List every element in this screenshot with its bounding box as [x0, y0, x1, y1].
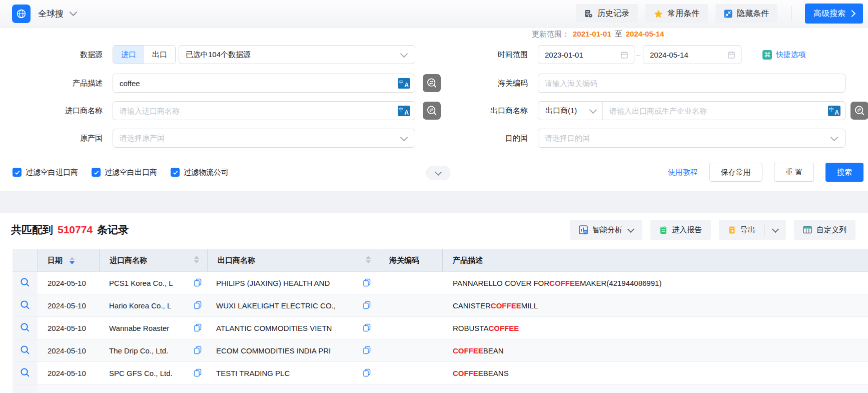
sort-control[interactable] — [70, 257, 75, 264]
tutorial-link[interactable]: 使用教程 — [668, 168, 698, 177]
reset-button[interactable]: 重 置 — [774, 163, 814, 182]
date-start-input[interactable] — [538, 51, 634, 59]
date-end-field[interactable] — [643, 45, 741, 64]
filter-blank-importer[interactable]: 过滤空白进口商 — [13, 168, 78, 177]
globe-icon — [16, 8, 27, 20]
keyword-highlight: COFFEE — [453, 369, 483, 377]
destination-label: 目的国 — [430, 129, 528, 148]
sort-desc-icon — [194, 260, 199, 263]
exact-match-toggle[interactable] — [850, 102, 868, 120]
export-button[interactable]: 导出 — [719, 220, 764, 240]
hide-conditions-button[interactable]: 隐藏条件 — [715, 4, 777, 23]
cell-date: 2024-05-10 — [38, 362, 100, 384]
row-search-icon[interactable] — [20, 322, 30, 334]
product-desc-input[interactable] — [113, 79, 415, 88]
chevron-down-icon — [772, 225, 779, 232]
table-header: 日期 进口商名称 出口商名称 — [13, 249, 868, 272]
favorites-button[interactable]: 常用条件 — [645, 4, 708, 23]
row-search-icon[interactable] — [20, 277, 30, 289]
copy-icon[interactable] — [194, 301, 202, 311]
keyword-highlight: COFFEE — [491, 301, 521, 310]
quick-options[interactable]: ⌘ 快捷选项 — [762, 45, 806, 64]
toolbar-divider — [791, 6, 791, 21]
datasource-direction-tabs: 进口 出口 — [113, 45, 176, 64]
header-date[interactable]: 日期 — [38, 249, 100, 271]
cell-hs-code — [379, 362, 443, 384]
copy-icon[interactable] — [363, 301, 371, 311]
table-row: 2024-05-10 PCS1 Korea Co., L PHILIPS (JI… — [13, 272, 868, 294]
save-favorite-button[interactable]: 保存常用 — [709, 163, 762, 182]
importer-input[interactable] — [113, 107, 415, 115]
header-exporter[interactable]: 出口商名称 — [208, 249, 379, 271]
calendar-icon — [727, 51, 735, 61]
enter-report-button[interactable]: 进入报告 — [650, 220, 711, 240]
date-end-input[interactable] — [643, 51, 741, 59]
table-row: 2024-05-10 The Drip Co., Ltd. ECOM COMMO… — [13, 339, 868, 362]
chevron-down-icon — [627, 225, 634, 232]
chevron-down-icon — [400, 133, 408, 141]
filter-logistics[interactable]: 过滤物流公司 — [171, 168, 229, 177]
svg-text:BI: BI — [584, 231, 587, 234]
sort-control[interactable] — [194, 256, 199, 263]
top-bar: 全球搜 历史记录 常用条件 — [0, 0, 868, 28]
copy-icon[interactable] — [363, 368, 371, 378]
cell-exporter: WUXI LAKELIGHT ELECTRIC CO., — [208, 294, 379, 316]
columns-icon — [803, 226, 812, 234]
date-range-separator: – — [634, 45, 642, 64]
datasource-select[interactable]: 已选中104个数据源 — [179, 45, 415, 64]
cell-date: 2024-05-10 — [38, 294, 100, 316]
sort-asc-icon — [194, 256, 199, 259]
sort-control[interactable] — [366, 256, 371, 263]
exporter-type-select[interactable]: 出口商(1) — [538, 102, 603, 120]
copy-icon[interactable] — [363, 278, 371, 288]
history-icon — [584, 10, 593, 18]
match-mode-icon — [853, 104, 865, 117]
filter-checkboxes: 过滤空白进口商 过滤空白出口商 过滤物流公司 — [13, 163, 229, 182]
copy-icon[interactable] — [194, 323, 202, 333]
filter-blank-exporter[interactable]: 过滤空白出口商 — [92, 168, 157, 177]
copy-icon[interactable] — [363, 323, 371, 333]
date-start-field[interactable] — [538, 45, 634, 64]
results-toolbar: BI 智能分析 进入报告 — [570, 220, 855, 240]
hs-code-input[interactable] — [538, 79, 845, 88]
translate-icon[interactable]: 中A — [398, 78, 410, 89]
tab-import[interactable]: 进口 — [113, 46, 144, 64]
sort-asc-icon — [366, 256, 371, 259]
keyword-highlight: COFFEE — [549, 279, 580, 287]
cell-hs-code — [379, 272, 443, 294]
cell-importer: Hario Korea Co., L — [100, 294, 208, 316]
copy-icon[interactable] — [194, 278, 202, 288]
search-button[interactable]: 搜索 — [825, 163, 863, 182]
origin-label: 原产国 — [0, 129, 103, 148]
smart-analysis-button[interactable]: BI 智能分析 — [570, 220, 642, 240]
copy-icon[interactable] — [194, 346, 202, 356]
translate-icon[interactable]: 中A — [828, 106, 840, 116]
expand-conditions-button[interactable] — [426, 166, 450, 180]
app-title: 全球搜 — [38, 8, 64, 20]
quick-options-link[interactable]: 快捷选项 — [776, 50, 806, 60]
exporter-input[interactable] — [603, 107, 845, 115]
row-search-icon[interactable] — [20, 367, 30, 379]
importer-label: 进口商名称 — [0, 101, 103, 120]
copy-icon[interactable] — [194, 368, 202, 378]
cell-date: 2024-05-10 — [38, 272, 100, 294]
row-search-icon[interactable] — [20, 345, 30, 356]
tab-export[interactable]: 出口 — [144, 46, 175, 64]
app-switcher-chevron-icon[interactable] — [70, 8, 78, 16]
table-row: 2024-05-10 Hario Korea Co., L WUXI LAKEL… — [13, 294, 868, 317]
header-search-column — [13, 249, 38, 271]
advanced-search-button[interactable]: 高级搜索 — [805, 4, 863, 24]
header-importer[interactable]: 进口商名称 — [100, 249, 208, 271]
translate-icon[interactable]: 中A — [398, 106, 410, 116]
report-icon — [659, 226, 667, 234]
row-search-icon[interactable] — [20, 300, 30, 311]
cell-exporter: ATLANTIC COMMODITIES VIETN — [208, 317, 379, 339]
cell-date: 2024-05-10 — [38, 339, 100, 361]
export-options-caret[interactable] — [765, 220, 786, 240]
origin-select[interactable]: 请选择原产国 — [113, 129, 415, 148]
copy-icon[interactable] — [363, 346, 371, 356]
custom-columns-button[interactable]: 自定义列 — [794, 220, 855, 240]
history-button[interactable]: 历史记录 — [576, 4, 638, 23]
destination-select[interactable]: 请选择目的国 — [538, 129, 845, 148]
chevron-down-icon — [830, 133, 838, 141]
